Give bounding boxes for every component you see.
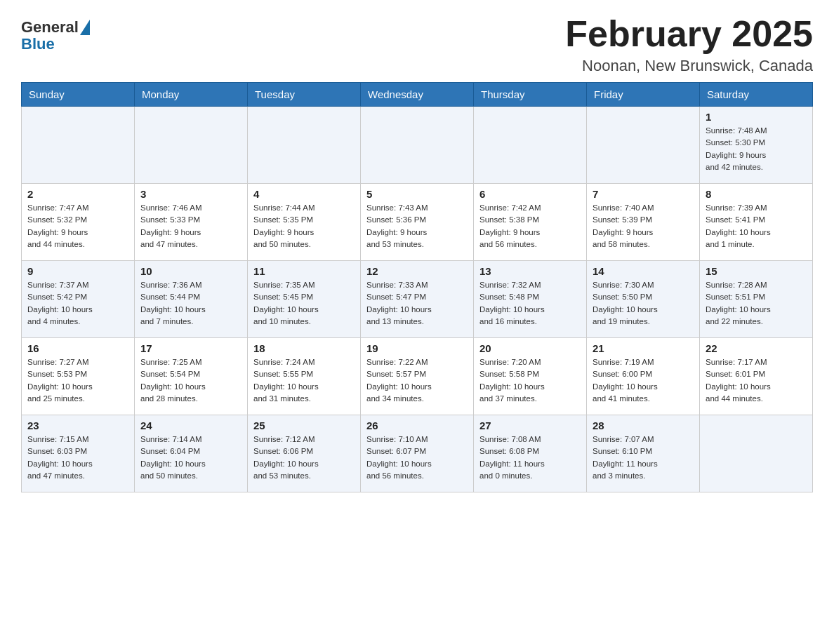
table-row: 27Sunrise: 7:08 AMSunset: 6:08 PMDayligh… (474, 415, 587, 492)
table-row: 25Sunrise: 7:12 AMSunset: 6:06 PMDayligh… (248, 415, 361, 492)
table-row: 18Sunrise: 7:24 AMSunset: 5:55 PMDayligh… (248, 338, 361, 415)
table-row: 28Sunrise: 7:07 AMSunset: 6:10 PMDayligh… (587, 415, 700, 492)
calendar-week-row: 1Sunrise: 7:48 AMSunset: 5:30 PMDaylight… (22, 107, 813, 184)
day-number: 27 (479, 420, 581, 431)
day-number: 14 (593, 265, 694, 277)
page-header: General Blue February 2025 Noonan, New B… (21, 14, 813, 75)
table-row: 8Sunrise: 7:39 AMSunset: 5:41 PMDaylight… (700, 184, 813, 261)
location-subtitle: Noonan, New Brunswick, Canada (565, 57, 813, 75)
day-info: Sunrise: 7:20 AMSunset: 5:58 PMDaylight:… (479, 356, 581, 405)
table-row: 22Sunrise: 7:17 AMSunset: 6:01 PMDayligh… (700, 338, 813, 415)
day-info: Sunrise: 7:47 AMSunset: 5:32 PMDaylight:… (27, 202, 128, 250)
calendar-table: Sunday Monday Tuesday Wednesday Thursday… (21, 82, 813, 492)
table-row: 24Sunrise: 7:14 AMSunset: 6:04 PMDayligh… (135, 415, 248, 492)
day-info: Sunrise: 7:36 AMSunset: 5:44 PMDaylight:… (140, 279, 241, 328)
day-number: 9 (27, 265, 128, 277)
day-number: 16 (27, 342, 128, 354)
day-info: Sunrise: 7:17 AMSunset: 6:01 PMDaylight:… (706, 356, 807, 405)
day-info: Sunrise: 7:24 AMSunset: 5:55 PMDaylight:… (253, 356, 355, 405)
day-info: Sunrise: 7:33 AMSunset: 5:47 PMDaylight:… (366, 279, 468, 328)
day-number: 26 (366, 420, 468, 431)
table-row: 3Sunrise: 7:46 AMSunset: 5:33 PMDaylight… (135, 184, 248, 261)
day-info: Sunrise: 7:46 AMSunset: 5:33 PMDaylight:… (140, 202, 241, 250)
day-info: Sunrise: 7:14 AMSunset: 6:04 PMDaylight:… (140, 434, 241, 482)
day-number: 4 (253, 188, 355, 200)
table-row (474, 107, 587, 184)
col-sunday: Sunday (22, 83, 135, 107)
day-number: 17 (140, 342, 241, 354)
day-info: Sunrise: 7:15 AMSunset: 6:03 PMDaylight:… (27, 434, 128, 482)
table-row: 17Sunrise: 7:25 AMSunset: 5:54 PMDayligh… (135, 338, 248, 415)
day-info: Sunrise: 7:43 AMSunset: 5:36 PMDaylight:… (366, 202, 468, 250)
logo-blue-text: Blue (21, 35, 55, 53)
day-info: Sunrise: 7:22 AMSunset: 5:57 PMDaylight:… (366, 356, 468, 405)
day-number: 6 (479, 188, 581, 200)
day-number: 23 (27, 420, 128, 431)
title-section: February 2025 Noonan, New Brunswick, Can… (565, 14, 813, 75)
day-info: Sunrise: 7:39 AMSunset: 5:41 PMDaylight:… (706, 202, 807, 250)
table-row: 20Sunrise: 7:20 AMSunset: 5:58 PMDayligh… (474, 338, 587, 415)
day-info: Sunrise: 7:35 AMSunset: 5:45 PMDaylight:… (253, 279, 355, 328)
day-number: 15 (706, 265, 807, 277)
table-row: 19Sunrise: 7:22 AMSunset: 5:57 PMDayligh… (361, 338, 474, 415)
day-number: 12 (366, 265, 468, 277)
table-row: 5Sunrise: 7:43 AMSunset: 5:36 PMDaylight… (361, 184, 474, 261)
day-info: Sunrise: 7:44 AMSunset: 5:35 PMDaylight:… (253, 202, 355, 250)
day-number: 20 (479, 342, 581, 354)
col-monday: Monday (135, 83, 248, 107)
day-number: 10 (140, 265, 241, 277)
table-row: 2Sunrise: 7:47 AMSunset: 5:32 PMDaylight… (22, 184, 135, 261)
day-info: Sunrise: 7:30 AMSunset: 5:50 PMDaylight:… (593, 279, 694, 328)
table-row: 16Sunrise: 7:27 AMSunset: 5:53 PMDayligh… (22, 338, 135, 415)
day-info: Sunrise: 7:19 AMSunset: 6:00 PMDaylight:… (593, 356, 694, 405)
table-row: 14Sunrise: 7:30 AMSunset: 5:50 PMDayligh… (587, 261, 700, 338)
day-number: 13 (479, 265, 581, 277)
table-row: 26Sunrise: 7:10 AMSunset: 6:07 PMDayligh… (361, 415, 474, 492)
col-friday: Friday (587, 83, 700, 107)
day-info: Sunrise: 7:32 AMSunset: 5:48 PMDaylight:… (479, 279, 581, 328)
table-row (22, 107, 135, 184)
col-saturday: Saturday (700, 83, 813, 107)
day-info: Sunrise: 7:42 AMSunset: 5:38 PMDaylight:… (479, 202, 581, 250)
month-title: February 2025 (565, 14, 813, 54)
day-info: Sunrise: 7:48 AMSunset: 5:30 PMDaylight:… (706, 125, 807, 173)
table-row: 10Sunrise: 7:36 AMSunset: 5:44 PMDayligh… (135, 261, 248, 338)
day-number: 19 (366, 342, 468, 354)
calendar-week-row: 2Sunrise: 7:47 AMSunset: 5:32 PMDaylight… (22, 184, 813, 261)
day-number: 22 (706, 342, 807, 354)
table-row: 11Sunrise: 7:35 AMSunset: 5:45 PMDayligh… (248, 261, 361, 338)
day-info: Sunrise: 7:27 AMSunset: 5:53 PMDaylight:… (27, 356, 128, 405)
day-number: 2 (27, 188, 128, 200)
table-row: 12Sunrise: 7:33 AMSunset: 5:47 PMDayligh… (361, 261, 474, 338)
col-thursday: Thursday (474, 83, 587, 107)
logo-triangle-icon (80, 20, 90, 35)
table-row: 1Sunrise: 7:48 AMSunset: 5:30 PMDaylight… (700, 107, 813, 184)
table-row: 21Sunrise: 7:19 AMSunset: 6:00 PMDayligh… (587, 338, 700, 415)
day-info: Sunrise: 7:12 AMSunset: 6:06 PMDaylight:… (253, 434, 355, 482)
day-info: Sunrise: 7:28 AMSunset: 5:51 PMDaylight:… (706, 279, 807, 328)
day-info: Sunrise: 7:10 AMSunset: 6:07 PMDaylight:… (366, 434, 468, 482)
day-info: Sunrise: 7:37 AMSunset: 5:42 PMDaylight:… (27, 279, 128, 328)
table-row: 4Sunrise: 7:44 AMSunset: 5:35 PMDaylight… (248, 184, 361, 261)
logo: General Blue (21, 14, 90, 53)
table-row (587, 107, 700, 184)
table-row (700, 415, 813, 492)
day-number: 28 (593, 420, 694, 431)
day-number: 24 (140, 420, 241, 431)
day-number: 1 (706, 111, 807, 123)
table-row: 23Sunrise: 7:15 AMSunset: 6:03 PMDayligh… (22, 415, 135, 492)
table-row (135, 107, 248, 184)
day-number: 25 (253, 420, 355, 431)
day-info: Sunrise: 7:07 AMSunset: 6:10 PMDaylight:… (593, 434, 694, 482)
table-row: 15Sunrise: 7:28 AMSunset: 5:51 PMDayligh… (700, 261, 813, 338)
day-number: 8 (706, 188, 807, 200)
day-info: Sunrise: 7:25 AMSunset: 5:54 PMDaylight:… (140, 356, 241, 405)
day-number: 21 (593, 342, 694, 354)
col-tuesday: Tuesday (248, 83, 361, 107)
day-number: 3 (140, 188, 241, 200)
day-number: 11 (253, 265, 355, 277)
col-wednesday: Wednesday (361, 83, 474, 107)
calendar-week-row: 16Sunrise: 7:27 AMSunset: 5:53 PMDayligh… (22, 338, 813, 415)
table-row (248, 107, 361, 184)
day-info: Sunrise: 7:40 AMSunset: 5:39 PMDaylight:… (593, 202, 694, 250)
